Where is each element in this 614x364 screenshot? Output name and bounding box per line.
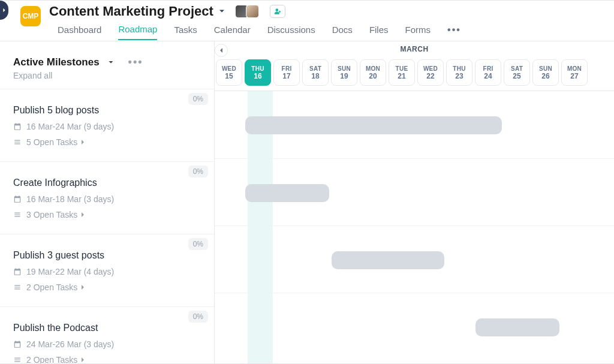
day-cell[interactable]: WED15 bbox=[216, 59, 242, 86]
open-tasks-link[interactable]: 2 Open Tasks bbox=[26, 355, 86, 364]
gantt-timeline: MARCH WED15THU16FRI17SAT18SUN19MON20TUE2… bbox=[215, 41, 614, 364]
tab-calendar[interactable]: Calendar bbox=[214, 25, 251, 40]
milestone-title: Publish the Podcast bbox=[13, 323, 201, 333]
milestone-date-range: 24 Mar-26 Mar (3 days) bbox=[26, 339, 114, 349]
milestone-title: Publish 3 guest posts bbox=[13, 250, 201, 261]
milestone-row[interactable]: 0%Publish the Podcast24 Mar-26 Mar (3 da… bbox=[0, 306, 214, 364]
milestone-row[interactable]: 0%Publish 5 blog posts16 Mar-24 Mar (9 d… bbox=[0, 89, 214, 161]
day-of-month: 21 bbox=[398, 72, 405, 80]
day-cell[interactable]: TUE21 bbox=[389, 59, 415, 86]
progress-badge: 0% bbox=[188, 238, 208, 250]
milestone-row[interactable]: 0%Publish 3 guest posts19 Mar-22 Mar (4 … bbox=[0, 234, 214, 306]
calendar-icon bbox=[13, 267, 22, 276]
day-cell[interactable]: FRI17 bbox=[273, 59, 300, 86]
day-cell[interactable]: SAT18 bbox=[302, 59, 329, 86]
milestone-date-range: 19 Mar-22 Mar (4 days) bbox=[26, 267, 114, 276]
progress-badge: 0% bbox=[188, 166, 208, 178]
day-cell[interactable]: WED22 bbox=[417, 59, 444, 86]
day-of-week: MON bbox=[366, 65, 380, 72]
day-cell[interactable]: FRI24 bbox=[475, 59, 501, 86]
progress-badge: 0% bbox=[188, 93, 208, 105]
tab-tasks[interactable]: Tasks bbox=[174, 25, 197, 40]
day-of-month: 19 bbox=[340, 72, 348, 80]
tab-docs[interactable]: Docs bbox=[332, 25, 353, 40]
day-header-row: WED15THU16FRI17SAT18SUN19MON20TUE21WED22… bbox=[215, 59, 614, 86]
milestones-more-menu[interactable]: ••• bbox=[128, 56, 143, 68]
tab-forms[interactable]: Forms bbox=[405, 25, 431, 40]
day-cell[interactable]: SUN26 bbox=[532, 59, 559, 86]
day-of-week: SAT bbox=[309, 65, 321, 72]
day-of-month: 26 bbox=[541, 72, 549, 80]
month-label: MARCH bbox=[400, 45, 428, 53]
day-of-week: SUN bbox=[539, 65, 552, 72]
day-of-month: 25 bbox=[513, 72, 520, 80]
avatar bbox=[246, 5, 259, 18]
day-of-month: 20 bbox=[369, 72, 377, 80]
gantt-row bbox=[215, 225, 614, 293]
tab-files[interactable]: Files bbox=[369, 25, 389, 40]
chevron-down-icon[interactable] bbox=[107, 58, 115, 67]
gantt-body bbox=[215, 91, 614, 364]
chevron-right-icon bbox=[80, 284, 86, 290]
member-avatars[interactable] bbox=[237, 5, 259, 18]
list-icon bbox=[13, 138, 22, 146]
gantt-row bbox=[215, 293, 614, 360]
open-tasks-link[interactable]: 3 Open Tasks bbox=[26, 210, 86, 219]
day-of-week: FRI bbox=[483, 65, 493, 72]
day-of-week: SAT bbox=[511, 65, 523, 72]
project-title-button[interactable]: Content Marketing Project bbox=[49, 4, 227, 19]
list-icon bbox=[13, 283, 22, 291]
day-cell[interactable]: MON27 bbox=[561, 59, 588, 86]
day-of-month: 17 bbox=[282, 72, 290, 80]
open-tasks-link[interactable]: 2 Open Tasks bbox=[26, 282, 86, 292]
gantt-bar[interactable] bbox=[332, 251, 444, 269]
calendar-icon bbox=[13, 122, 22, 131]
expand-all-button[interactable]: Expand all bbox=[0, 70, 214, 89]
day-cell[interactable]: MON20 bbox=[360, 59, 386, 86]
milestones-title[interactable]: Active Milestones bbox=[13, 56, 100, 68]
day-of-week: THU bbox=[251, 65, 264, 72]
day-of-week: TUE bbox=[396, 65, 408, 72]
day-cell[interactable]: SAT25 bbox=[504, 59, 530, 86]
view-tabs: DashboardRoadmapTasksCalendarDiscussions… bbox=[0, 20, 614, 41]
project-header: CMP Content Marketing Project bbox=[0, 1, 614, 20]
tab-dashboard[interactable]: Dashboard bbox=[58, 25, 101, 40]
day-of-week: FRI bbox=[281, 65, 291, 72]
tab-roadmap[interactable]: Roadmap bbox=[118, 24, 157, 40]
list-icon bbox=[13, 356, 22, 364]
day-of-month: 15 bbox=[225, 72, 233, 80]
calendar-icon bbox=[13, 340, 22, 348]
milestone-row[interactable]: 0%Create Infographics16 Mar-18 Mar (3 da… bbox=[0, 161, 214, 234]
day-of-week: THU bbox=[453, 65, 465, 72]
chevron-right-icon bbox=[80, 139, 86, 145]
project-title: Content Marketing Project bbox=[49, 4, 213, 19]
tab-more[interactable]: ••• bbox=[447, 25, 461, 40]
chevron-right-icon bbox=[80, 212, 86, 218]
milestone-title: Create Infographics bbox=[13, 178, 201, 188]
calendar-icon bbox=[13, 195, 22, 203]
day-of-week: MON bbox=[567, 65, 582, 72]
timeline-prev-button[interactable] bbox=[215, 44, 228, 57]
gantt-bar[interactable] bbox=[475, 318, 559, 336]
tab-discussions[interactable]: Discussions bbox=[267, 25, 315, 40]
gantt-bar[interactable] bbox=[245, 116, 502, 134]
gantt-row bbox=[215, 158, 614, 225]
day-of-week: SUN bbox=[338, 65, 351, 72]
gantt-bar[interactable] bbox=[245, 184, 329, 202]
day-cell[interactable]: THU23 bbox=[446, 59, 472, 86]
open-tasks-link[interactable]: 5 Open Tasks bbox=[26, 137, 86, 147]
day-cell[interactable]: THU16 bbox=[245, 59, 271, 86]
gantt-row bbox=[215, 91, 614, 158]
user-plus-icon bbox=[273, 7, 282, 16]
day-of-month: 24 bbox=[484, 72, 492, 80]
day-of-month: 23 bbox=[455, 72, 463, 80]
milestone-title: Publish 5 blog posts bbox=[13, 105, 201, 116]
invite-member-button[interactable] bbox=[270, 5, 285, 18]
day-of-month: 18 bbox=[311, 72, 319, 80]
milestones-panel: Active Milestones ••• Expand all 0%Publi… bbox=[0, 41, 215, 364]
day-of-month: 16 bbox=[254, 72, 261, 80]
day-cell[interactable]: SUN19 bbox=[331, 59, 357, 86]
day-of-week: WED bbox=[423, 65, 438, 72]
list-icon bbox=[13, 210, 22, 219]
chevron-down-icon bbox=[217, 7, 227, 16]
